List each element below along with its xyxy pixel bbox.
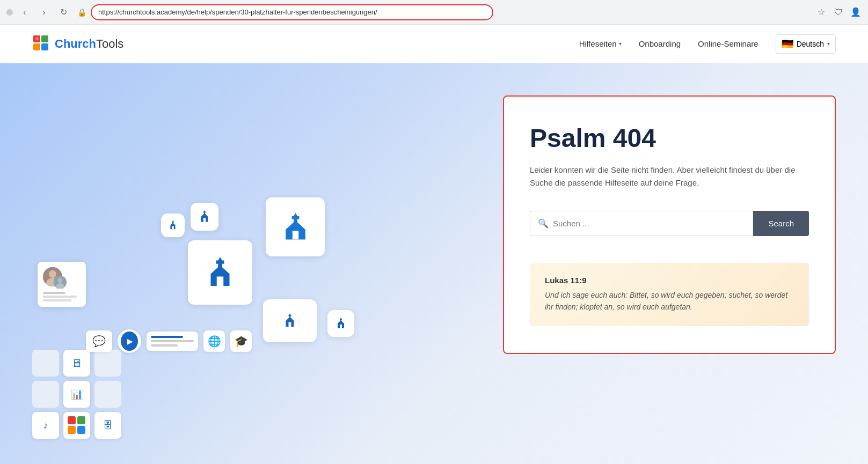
church-card-small-2 — [327, 310, 354, 337]
media-hat-tile: 🎓 — [230, 330, 252, 352]
church-icon-s2 — [334, 317, 347, 330]
decorative-area: 🖥 📊 ♪ 🗄 💬 — [32, 85, 503, 450]
icon-empty-4 — [94, 381, 121, 408]
shield-icon: 🔒 — [77, 8, 86, 17]
icon-chart: 📊 — [63, 381, 90, 408]
media-globe-tile: 🌐 — [203, 330, 225, 352]
svg-rect-9 — [340, 325, 342, 328]
browser-chrome: ‹ › ↻ 🔒 ☆ 🛡 👤 — [0, 0, 868, 25]
hat-icon: 🎓 — [235, 335, 248, 348]
svg-rect-16 — [68, 416, 76, 424]
church-icon-s1 — [282, 313, 298, 329]
small-avatar-svg — [54, 276, 67, 289]
nav-hilfeseiten[interactable]: Hilfeseiten ▾ — [579, 39, 622, 48]
svg-rect-7 — [292, 231, 298, 239]
svg-rect-4 — [172, 226, 174, 230]
chat-icon: 💬 — [92, 335, 106, 348]
browser-window-controls — [6, 9, 13, 16]
content-card: Psalm 404 Leider konnten wir die Seite n… — [503, 95, 836, 354]
bible-text: Und ich sage euch auch: Bittet, so wird … — [545, 289, 794, 313]
svg-rect-19 — [77, 426, 85, 434]
navbar: ChurchTools Hilfeseiten ▾ Onboarding Onl… — [0, 25, 868, 63]
chevron-down-icon: ▾ — [619, 41, 622, 47]
bible-verse-section: Lukas 11:9 Und ich sage euch auch: Bitte… — [530, 263, 809, 326]
icon-monitor: 🖥 — [63, 350, 90, 377]
media-play-tile: ▶ — [118, 329, 141, 353]
search-input[interactable] — [553, 211, 745, 235]
globe-icon: 🌐 — [208, 335, 221, 348]
church-card-sm — [191, 203, 218, 231]
address-bar[interactable] — [91, 4, 493, 20]
church-card-blue-lg — [266, 197, 325, 256]
media-cards: 💬 ▶ 🌐 🎓 — [86, 329, 252, 353]
language-selector[interactable]: 🇩🇪 Deutsch ▾ — [776, 34, 836, 54]
svg-rect-3 — [41, 43, 48, 50]
nav-online-seminare[interactable]: Online-Seminare — [698, 39, 758, 48]
media-chat-tile: 💬 — [86, 330, 112, 352]
shield-icon-2[interactable]: 🛡 — [833, 6, 844, 18]
page-wrapper: ChurchTools Hilfeseiten ▾ Onboarding Onl… — [0, 25, 868, 464]
psalm-description: Leider konnten wir die Seite nicht finde… — [530, 164, 809, 189]
svg-point-14 — [58, 278, 62, 283]
person-card — [38, 262, 86, 307]
lang-chevron-icon: ▾ — [827, 41, 830, 47]
icon-database: 🗄 — [94, 412, 121, 439]
hero-section: 🖥 📊 ♪ 🗄 💬 — [0, 63, 868, 464]
media-lines-tile — [147, 332, 198, 351]
reload-button[interactable]: ↻ — [56, 5, 71, 20]
search-icon: 🔍 — [538, 218, 549, 229]
search-button[interactable]: Search — [753, 211, 809, 236]
svg-rect-1 — [41, 35, 48, 42]
person-lines — [43, 292, 81, 301]
svg-rect-8 — [289, 322, 291, 327]
browser-right-icons: ☆ 🛡 👤 — [815, 6, 862, 18]
church-card-lg — [188, 240, 252, 305]
icon-empty-3 — [32, 381, 59, 408]
nav-onboarding[interactable]: Onboarding — [639, 39, 681, 48]
svg-rect-6 — [217, 277, 224, 286]
church-icon-xs — [167, 219, 179, 231]
star-icon[interactable]: ☆ — [815, 6, 827, 18]
nav-links: Hilfeseiten ▾ Onboarding Online-Seminare… — [579, 34, 836, 54]
window-dot-1 — [6, 9, 13, 16]
church-icon-blue — [281, 212, 310, 242]
profile-icon[interactable]: 👤 — [850, 6, 862, 18]
icon-logo-tile — [63, 412, 90, 439]
search-input-wrapper: 🔍 — [530, 211, 753, 236]
church-card-small-1 — [263, 299, 317, 342]
flag-icon: 🇩🇪 — [782, 38, 793, 50]
search-row: 🔍 Search — [530, 211, 809, 236]
bottom-icons-grid: 🖥 📊 ♪ 🗄 — [32, 350, 121, 439]
small-avatar — [54, 276, 67, 289]
ct-logo-small — [67, 416, 86, 435]
forward-button[interactable]: › — [37, 5, 52, 20]
logo[interactable]: ChurchTools — [32, 34, 123, 54]
church-icon-sm — [198, 210, 211, 224]
church-card-xs — [161, 213, 185, 237]
svg-rect-18 — [68, 426, 76, 434]
psalm-title: Psalm 404 — [530, 123, 809, 153]
icon-empty-2 — [94, 350, 121, 377]
back-button[interactable]: ‹ — [17, 5, 32, 20]
svg-rect-17 — [77, 416, 85, 424]
logo-icon — [32, 34, 52, 54]
bible-reference: Lukas 11:9 — [545, 276, 794, 285]
language-label: Deutsch — [797, 40, 824, 48]
play-circle: ▶ — [121, 332, 138, 351]
svg-rect-2 — [33, 43, 40, 50]
logo-text: ChurchTools — [55, 37, 123, 51]
church-icon-lg — [204, 256, 236, 289]
svg-rect-5 — [203, 218, 206, 222]
icon-music: ♪ — [32, 412, 59, 439]
icon-empty-1 — [32, 350, 59, 377]
